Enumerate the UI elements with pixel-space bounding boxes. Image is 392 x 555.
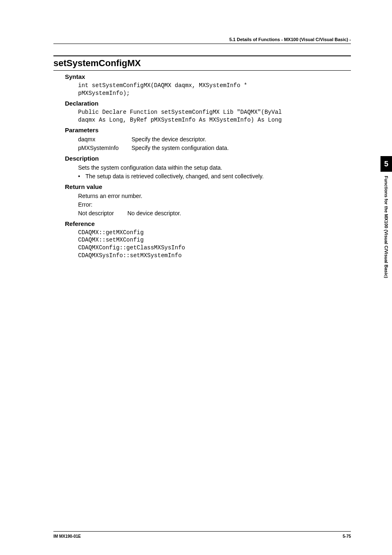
reference-heading: Reference — [65, 220, 351, 227]
rule-top — [53, 55, 351, 56]
return-heading: Return value — [65, 183, 351, 190]
param-name: daqmx — [78, 135, 131, 144]
declaration-code: Public Declare Function setSystemConfigM… — [78, 108, 351, 124]
error-desc: No device descriptor. — [127, 209, 351, 218]
reference-code: CDAQMX::getMXConfig CDAQMX::setMXConfig … — [78, 229, 351, 260]
description-heading: Description — [65, 155, 351, 162]
description-text: Sets the system configuration data withi… — [78, 164, 351, 172]
param-name: pMXSystemInfo — [78, 144, 131, 152]
param-row: pMXSystemInfo Specify the system configu… — [78, 144, 351, 152]
description-bullet: • The setup data is retrieved collective… — [78, 172, 351, 181]
error-name: Not descriptor — [78, 209, 127, 218]
return-text-1: Returns an error number. — [78, 192, 351, 200]
footer-right: 5-75 — [343, 534, 351, 539]
page-footer: IM MX190-01E 5-75 — [53, 531, 351, 539]
page-header: 5.1 Details of Functions - MX100 (Visual… — [53, 37, 351, 44]
side-tab-number: 5 — [380, 156, 392, 172]
function-title: setSystemConfigMX — [53, 58, 351, 69]
footer-left: IM MX190-01E — [53, 534, 81, 539]
param-desc: Specify the device descriptor. — [131, 135, 351, 144]
declaration-heading: Declaration — [65, 100, 351, 107]
return-text-2: Error: — [78, 200, 351, 209]
bullet-dot: • — [78, 172, 85, 181]
bullet-text: The setup data is retrieved collectively… — [85, 172, 351, 181]
parameters-heading: Parameters — [65, 127, 351, 134]
param-desc: Specify the system configuration data. — [131, 144, 351, 152]
rule-under-title — [53, 70, 351, 71]
error-row: Not descriptor No device descriptor. — [78, 209, 351, 218]
param-row: daqmx Specify the device descriptor. — [78, 135, 351, 144]
syntax-code: int setSystemConfigMX(DAQMX daqmx, MXSys… — [78, 82, 351, 97]
side-tab-text: Functions for the MX100 (Visual C/Visual… — [380, 173, 392, 337]
syntax-heading: Syntax — [65, 73, 351, 80]
main-content: setSystemConfigMX Syntax int setSystemCo… — [53, 55, 351, 260]
